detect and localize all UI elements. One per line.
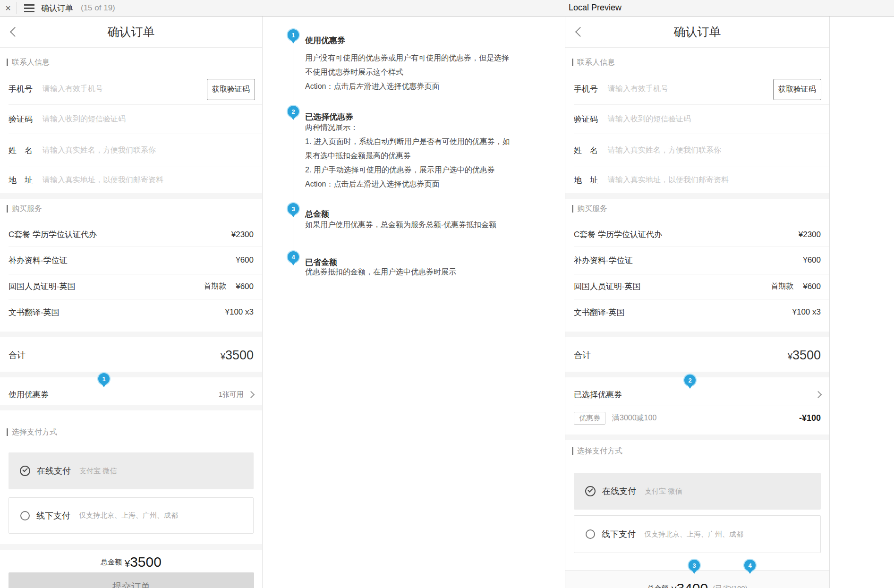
address-input[interactable]: 请输入真实地址，以便我们邮寄资料 <box>608 175 729 185</box>
annotation-pin-1[interactable]: 1 <box>287 28 300 42</box>
back-icon[interactable] <box>10 27 20 37</box>
service-row: 文书翻译-英国 ¥100 x3 <box>565 299 829 325</box>
service-row: 回国人员证明-英国 首期款 ¥600 <box>0 274 262 299</box>
service-row: 文书翻译-英国 ¥100 x3 <box>0 299 262 325</box>
annotation-pin-4[interactable]: 4 <box>287 250 300 264</box>
service-row: C套餐 学历学位认证代办 ¥2300 <box>565 222 829 247</box>
pay-online-option[interactable]: 在线支付 支付宝 微信 <box>574 473 821 510</box>
phone-input[interactable]: 请输入有效手机号 <box>43 84 103 94</box>
subtotal-row: 合计 ¥3500 <box>0 342 262 368</box>
preview-toolbar: × 确认订单 (15 of 19) Local Preview <box>0 0 894 17</box>
chevron-right-icon <box>815 391 822 398</box>
selected-coupon-row[interactable]: 已选择优惠券 <box>565 383 829 406</box>
annotation-body: 如果用户使用优惠券，总金额为服务总额-优惠券抵扣金额 <box>305 218 496 232</box>
total-amount: 总金额 ¥3500 <box>0 553 262 571</box>
service-row: 补办资料-学位证 ¥600 <box>565 247 829 274</box>
section-contact: 联系人信息 <box>7 57 50 68</box>
code-input[interactable]: 请输入收到的短信验证码 <box>608 114 691 124</box>
screen-title: 确认订单 <box>108 24 155 40</box>
get-code-button[interactable]: 获取验证码 <box>773 79 821 100</box>
pay-online-option[interactable]: 在线支付 支付宝 微信 <box>9 452 254 489</box>
page-title: 确认订单 <box>41 3 73 14</box>
section-services: 购买服务 <box>7 203 42 214</box>
service-row: 回国人员证明-英国 首期款 ¥600 <box>565 274 829 299</box>
back-icon[interactable] <box>575 27 585 37</box>
name-input[interactable]: 请输入真实姓名，方便我们联系你 <box>43 145 156 155</box>
total-bar: 总金额 ¥3400 (已省¥100) <box>565 570 829 588</box>
chevron-right-icon <box>247 391 255 398</box>
coupon-tag: 优惠券 <box>574 412 605 425</box>
local-preview-window: × 确认订单 (15 of 19) Local Preview 确认订单 联系人… <box>0 0 894 588</box>
annotation-body: 用户没有可使用的优惠券或用户有可使用的优惠券，但是选择 不使用优惠券时展示这个样… <box>305 51 509 94</box>
pay-offline-option[interactable]: 线下支付 仅支持北京、上海、广州、成都 <box>574 515 821 553</box>
phone-label: 手机号 <box>9 84 43 94</box>
check-circle-icon <box>585 486 596 496</box>
service-row: 补办资料-学位证 ¥600 <box>0 247 262 274</box>
annotation-pin-2[interactable]: 2 <box>287 105 300 118</box>
screen-title: 确认订单 <box>674 24 721 40</box>
screen-left: 确认订单 联系人信息 手机号 请输入有效手机号 获取验证码 验证码 请输入收到的… <box>0 17 263 588</box>
coupon-description: 满3000减100 <box>612 413 656 423</box>
coupon-count: 1张可用 <box>219 390 244 399</box>
section-payment: 选择支付方式 <box>572 445 622 457</box>
name-label: 姓 名 <box>9 145 43 156</box>
toolbar-divider <box>16 2 17 14</box>
screen-right-header: 确认订单 <box>565 17 829 48</box>
coupon-detail-row: 优惠券 满3000减100 -¥100 <box>565 406 829 430</box>
pay-offline-option[interactable]: 线下支付 仅支持北京、上海、广州、成都 <box>9 497 254 534</box>
check-circle-icon <box>20 466 30 476</box>
local-preview-label: Local Preview <box>569 0 622 17</box>
section-payment: 选择支付方式 <box>7 426 57 438</box>
annotation-pin-3[interactable]: 3 <box>688 559 701 572</box>
address-label: 地 址 <box>9 175 43 186</box>
pages-menu-icon[interactable] <box>24 4 34 12</box>
screen-left-header: 确认订单 <box>0 17 262 48</box>
address-row: 地 址 请输入真实地址，以便我们邮寄资料 <box>0 167 262 193</box>
annotation-pin-2[interactable]: 2 <box>683 374 697 387</box>
section-contact: 联系人信息 <box>572 57 615 68</box>
screen-right: 确认订单 联系人信息 手机号 请输入有效手机号 获取验证码 验证码 请输入收到的… <box>565 17 830 588</box>
phone-input[interactable]: 请输入有效手机号 <box>608 84 668 94</box>
get-code-button[interactable]: 获取验证码 <box>207 79 255 100</box>
name-row: 姓 名 请输入真实姓名，方便我们联系你 <box>565 134 829 167</box>
annotation-title: 使用优惠券 <box>305 35 345 46</box>
radio-circle-icon <box>20 511 30 520</box>
annotation-body: 优惠券抵扣的金额，在用户选中优惠券时展示 <box>305 265 456 279</box>
code-row: 验证码 请输入收到的短信验证码 <box>565 104 829 134</box>
service-row: C套餐 学历学位认证代办 ¥2300 <box>0 222 262 247</box>
use-coupon-row[interactable]: 使用优惠券 1张可用 <box>0 383 262 406</box>
name-input[interactable]: 请输入真实姓名，方便我们联系你 <box>608 145 721 155</box>
code-input[interactable]: 请输入收到的短信验证码 <box>43 114 126 124</box>
radio-circle-icon <box>586 529 595 539</box>
close-icon[interactable]: × <box>0 0 16 17</box>
total-amount: 总金额 ¥3400 (已省¥100) <box>565 579 829 588</box>
page-count: (15 of 19) <box>81 3 115 13</box>
annotation-pin-3[interactable]: 3 <box>287 202 300 215</box>
address-row: 地 址 请输入真实地址，以便我们邮寄资料 <box>565 167 829 193</box>
coupon-discount: -¥100 <box>799 413 821 423</box>
name-row: 姓 名 请输入真实姓名，方便我们联系你 <box>0 134 262 167</box>
annotation-connector-line <box>293 43 293 260</box>
section-services: 购买服务 <box>572 203 607 214</box>
code-label: 验证码 <box>9 114 43 125</box>
annotation-pin-1[interactable]: 1 <box>97 372 111 385</box>
annotation-body: 两种情况展示： 1. 进入页面时，系统自动判断用户是否有可使用的优惠券，如 果有… <box>305 120 510 191</box>
annotation-pin-4[interactable]: 4 <box>743 559 757 572</box>
saved-amount: (已省¥100) <box>713 584 747 588</box>
submit-order-button[interactable]: 提交订单 <box>9 572 254 588</box>
code-row: 验证码 请输入收到的短信验证码 <box>0 104 262 134</box>
address-input[interactable]: 请输入真实地址，以便我们邮寄资料 <box>43 175 163 185</box>
subtotal-row: 合计 ¥3500 <box>565 342 829 368</box>
